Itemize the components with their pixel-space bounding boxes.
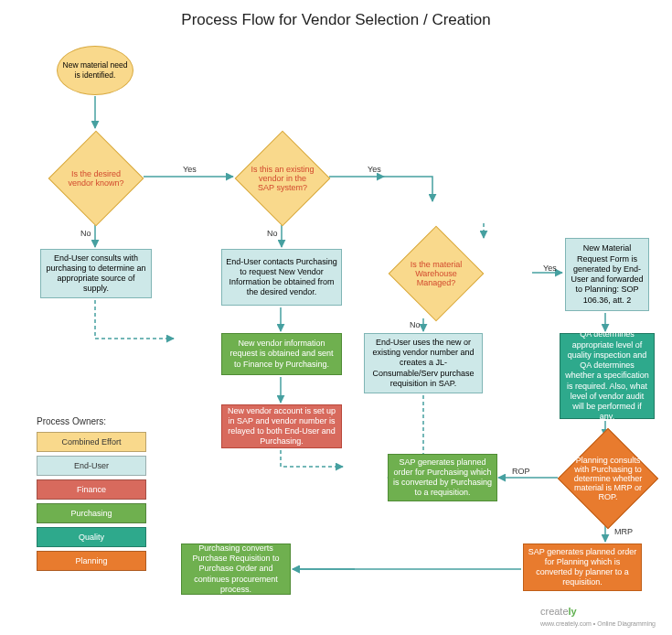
decision-warehouse-managed: Is the material Warehouse Managed? <box>389 226 485 322</box>
flow-diagram: Process Flow for Vendor Selection / Crea… <box>0 0 672 635</box>
label-yes-3: Yes <box>543 264 557 273</box>
legend: Process Owners: Combined Effort End-User… <box>37 416 146 575</box>
legend-purchasing: Purchasing <box>37 503 146 523</box>
label-mrp: MRP <box>614 527 633 536</box>
box-vendor-info: New vendor information request is obtain… <box>221 333 342 375</box>
label-no-1: No <box>80 229 91 238</box>
decision-vendor-known: Is the desired vendor known? <box>48 131 144 227</box>
legend-enduser: End-User <box>37 456 146 476</box>
footer-tag: www.creately.com • Online Diagramming <box>540 620 656 627</box>
diagram-title: Process Flow for Vendor Selection / Crea… <box>0 11 672 29</box>
box-jl-requisition: End-User uses the new or existing vendor… <box>364 333 483 393</box>
box-qa: QA determines appropriate level of quali… <box>560 333 655 419</box>
box-mrp-order: SAP generates planned order for Planning… <box>523 544 642 591</box>
box-account: New vendor account is set up in SAP and … <box>221 404 342 448</box>
label-no-3: No <box>410 320 421 329</box>
legend-finance: Finance <box>37 479 146 500</box>
legend-quality: Quality <box>37 527 146 547</box>
box-new-material-request: New Material Request Form is generated b… <box>565 238 649 311</box>
legend-planning: Planning <box>37 551 146 571</box>
footer-brand: creately <box>540 606 577 617</box>
decision-mrp-rop: Planning consults with Purchasing to det… <box>558 428 658 529</box>
legend-title: Process Owners: <box>37 416 146 426</box>
start-node: New material need is identified. <box>57 46 133 95</box>
box-rop-order: SAP generates planned order for Purchasi… <box>388 454 497 501</box>
box-contact: End-User contacts Purchasing to request … <box>221 249 342 306</box>
label-no-2: No <box>267 229 278 238</box>
label-rop: ROP <box>512 467 530 476</box>
box-convert: Purchasing converts Purchase Requisition… <box>181 544 291 595</box>
box-consult: End-User consults with purchasing to det… <box>40 249 152 298</box>
label-yes-2: Yes <box>368 165 381 174</box>
label-yes-1: Yes <box>183 165 197 174</box>
footer: creately www.creately.com • Online Diagr… <box>540 606 656 628</box>
decision-existing-vendor: Is this an existing vendor in the SAP sy… <box>235 131 331 227</box>
legend-combined: Combined Effort <box>37 432 146 452</box>
